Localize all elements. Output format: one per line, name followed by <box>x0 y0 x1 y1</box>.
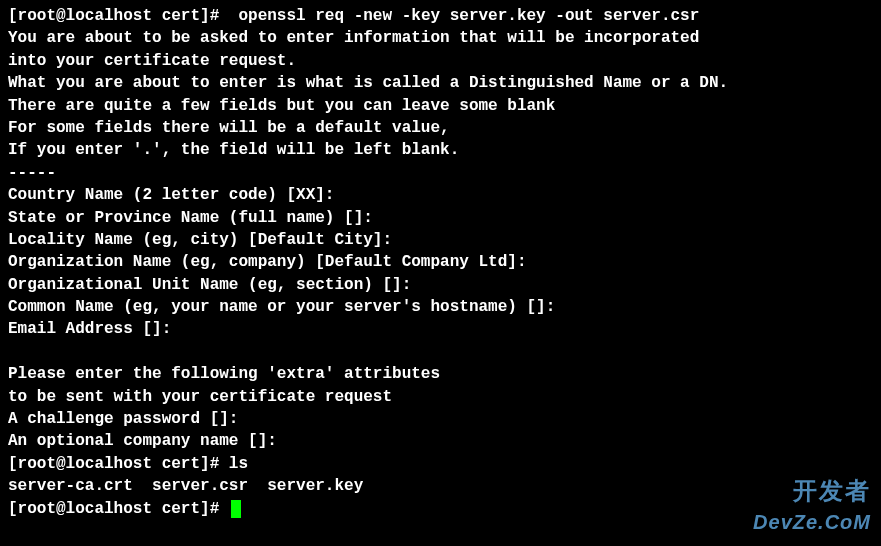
terminal-line: State or Province Name (full name) []: <box>8 207 873 229</box>
terminal-line: For some fields there will be a default … <box>8 117 873 139</box>
terminal-output[interactable]: [root@localhost cert]# openssl req -new … <box>8 5 873 520</box>
terminal-line: to be sent with your certificate request <box>8 386 873 408</box>
terminal-line <box>8 341 873 363</box>
terminal-line: Common Name (eg, your name or your serve… <box>8 296 873 318</box>
terminal-line: Please enter the following 'extra' attri… <box>8 363 873 385</box>
terminal-line: A challenge password []: <box>8 408 873 430</box>
terminal-line: You are about to be asked to enter infor… <box>8 27 873 49</box>
terminal-line: [root@localhost cert]# openssl req -new … <box>8 5 873 27</box>
terminal-line: Email Address []: <box>8 318 873 340</box>
terminal-line: Country Name (2 letter code) [XX]: <box>8 184 873 206</box>
terminal-line: There are quite a few fields but you can… <box>8 95 873 117</box>
terminal-line: [root@localhost cert]# ls <box>8 453 873 475</box>
terminal-line: If you enter '.', the field will be left… <box>8 139 873 161</box>
shell-prompt: [root@localhost cert]# <box>8 455 229 473</box>
terminal-cursor <box>231 500 241 518</box>
shell-command: openssl req -new -key server.key -out se… <box>229 7 699 25</box>
shell-command: ls <box>229 455 248 473</box>
terminal-line: [root@localhost cert]# <box>8 498 873 520</box>
terminal-line: Organization Name (eg, company) [Default… <box>8 251 873 273</box>
terminal-line: into your certificate request. <box>8 50 873 72</box>
terminal-line: ----- <box>8 162 873 184</box>
terminal-line: server-ca.crt server.csr server.key <box>8 475 873 497</box>
terminal-line: An optional company name []: <box>8 430 873 452</box>
shell-prompt: [root@localhost cert]# <box>8 500 229 518</box>
terminal-line: Locality Name (eg, city) [Default City]: <box>8 229 873 251</box>
terminal-line: What you are about to enter is what is c… <box>8 72 873 94</box>
terminal-line: Organizational Unit Name (eg, section) [… <box>8 274 873 296</box>
shell-prompt: [root@localhost cert]# <box>8 7 229 25</box>
